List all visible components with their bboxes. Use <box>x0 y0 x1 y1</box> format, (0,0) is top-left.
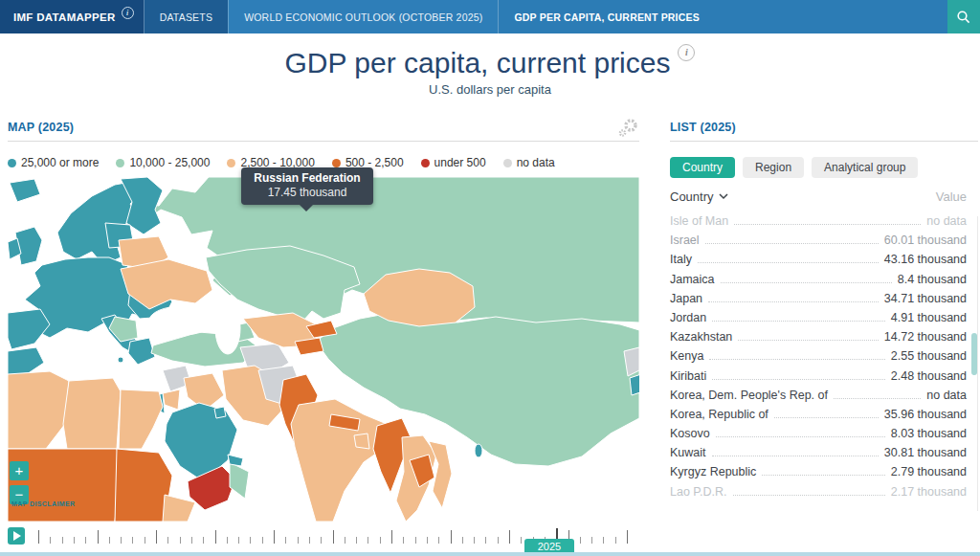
nav-tabs: DATASETSWORLD ECONOMIC OUTLOOK (OCTOBER … <box>144 0 947 33</box>
dotted-leader <box>708 293 879 302</box>
timeline-tick <box>167 537 168 544</box>
timeline-tick <box>62 537 63 544</box>
country-value: 8.03 thousand <box>891 427 967 440</box>
list-item[interactable]: Italy43.16 thousand <box>670 253 967 272</box>
dotted-leader <box>721 274 892 283</box>
timeline-tick <box>145 537 145 544</box>
dotted-leader <box>762 466 884 476</box>
filter-button-analytical-group[interactable]: Analytical group <box>812 157 918 178</box>
top-nav: IMF DATAMAPPER i DATASETSWORLD ECONOMIC … <box>0 0 980 33</box>
timeline-tick <box>191 537 192 544</box>
timeline-tick <box>580 537 581 544</box>
timeline-tick <box>451 530 452 544</box>
legend-label: 10,000 - 25,000 <box>129 156 210 169</box>
timeline-tick <box>180 537 181 544</box>
brand-logo[interactable]: IMF DATAMAPPER i <box>0 0 144 33</box>
legend-dot-icon <box>503 159 512 167</box>
list-item[interactable]: Isle of Manno data <box>670 214 967 234</box>
nav-tab-2[interactable]: GDP PER CAPITA, CURRENT PRICES <box>498 0 714 33</box>
country-name: Jordan <box>670 311 706 324</box>
list-filters: CountryRegionAnalytical group <box>670 157 918 178</box>
legend-item-1[interactable]: 10,000 - 25,000 <box>116 156 210 169</box>
timeline-tick <box>462 537 463 544</box>
search-button[interactable] <box>947 0 980 33</box>
country-name: Kyrgyz Republic <box>670 465 756 478</box>
tooltip-value: 17.45 thousand <box>247 186 368 199</box>
timeline-tick <box>156 530 157 544</box>
list-section-title: LIST (2025) <box>670 121 736 134</box>
map-tooltip: Russian Federation 17.45 thousand <box>241 167 373 205</box>
country-name: Japan <box>670 292 702 305</box>
country-value: 2.17 thousand <box>891 485 967 499</box>
country-name: Korea, Republic of <box>670 408 768 421</box>
country-value: 2.48 thousand <box>891 369 967 383</box>
nav-tab-1[interactable]: WORLD ECONOMIC OUTLOOK (OCTOBER 2025) <box>228 0 498 33</box>
country-column-sort[interactable]: Country <box>670 189 728 204</box>
timeline-tick <box>345 537 345 544</box>
list-item[interactable]: Japan34.71 thousand <box>670 292 967 311</box>
map-section-header: MAP (2025) <box>8 121 639 142</box>
timeline-tick <box>274 530 275 544</box>
country-value: 60.01 thousand <box>884 234 967 247</box>
map-zoom-in-button[interactable]: + <box>10 461 29 480</box>
list-item[interactable]: Korea, Dem. People's Rep. ofno data <box>670 389 967 408</box>
legend-item-0[interactable]: 25,000 or more <box>8 156 99 169</box>
legend-item-5[interactable]: no data <box>503 156 555 169</box>
list-item[interactable]: Korea, Republic of35.96 thousand <box>670 408 967 427</box>
dotted-leader <box>834 389 921 399</box>
world-map[interactable]: Russian Federation 17.45 thousand + − MA… <box>8 177 639 522</box>
list-item[interactable]: Kazakhstan14.72 thousand <box>670 330 967 349</box>
dotted-leader <box>709 350 884 360</box>
country-value: no data <box>926 389 967 402</box>
list-scrollbar-thumb[interactable] <box>971 333 977 375</box>
list-item[interactable]: Kenya2.55 thousand <box>670 349 967 368</box>
legend-label: under 500 <box>434 156 486 169</box>
list-item[interactable]: Jamaica8.4 thousand <box>670 273 967 292</box>
timeline-tick <box>227 537 228 544</box>
country-value: 34.71 thousand <box>884 292 967 305</box>
filter-button-region[interactable]: Region <box>743 157 804 178</box>
country-value: 8.4 thousand <box>898 273 967 286</box>
filter-button-country[interactable]: Country <box>670 157 735 178</box>
brand-label: IMF DATAMAPPER <box>13 11 116 23</box>
dotted-leader <box>698 254 879 263</box>
timeline-tick <box>262 537 263 544</box>
timeline-play-button[interactable] <box>8 527 25 545</box>
legend-item-4[interactable]: under 500 <box>421 156 486 169</box>
dotted-leader <box>705 234 879 244</box>
list-item[interactable]: Kosovo8.03 thousand <box>670 427 967 446</box>
legend-dot-icon <box>332 159 341 167</box>
map-disclaimer-link[interactable]: MAP DISCLAIMER <box>11 500 76 507</box>
timeline-tick <box>74 537 75 544</box>
timeline-tick <box>615 537 616 544</box>
page-subtitle: U.S. dollars per capita <box>0 82 980 97</box>
list-item[interactable]: Kiribati2.48 thousand <box>670 369 967 389</box>
legend-dot-icon <box>227 159 235 167</box>
bottom-progress-strip <box>0 552 980 556</box>
timeline-tick <box>132 537 133 544</box>
country-name: Kazakhstan <box>670 330 732 344</box>
list-item[interactable]: Kuwait30.81 thousand <box>670 446 967 465</box>
nav-filler <box>715 0 947 33</box>
timeline-tick <box>391 530 392 544</box>
country-name: Korea, Dem. People's Rep. of <box>670 389 828 402</box>
list-item[interactable]: Lao P.D.R.2.17 thousand <box>670 485 967 504</box>
legend-label: no data <box>517 156 555 169</box>
timeline-tick <box>38 530 39 544</box>
list-item[interactable]: Israel60.01 thousand <box>670 234 967 253</box>
list-item[interactable]: Kyrgyz Republic2.79 thousand <box>670 465 967 484</box>
brand-info-icon[interactable]: i <box>122 7 134 19</box>
dotted-leader <box>738 331 878 341</box>
dotted-leader <box>733 486 885 496</box>
dotted-leader <box>716 428 885 437</box>
timeline-tick <box>509 530 510 544</box>
country-value: 2.79 thousand <box>891 465 967 478</box>
map-settings-button[interactable] <box>616 117 639 143</box>
nav-tab-0[interactable]: DATASETS <box>144 0 228 33</box>
list-item[interactable]: Jordan4.91 thousand <box>670 311 967 330</box>
country-name: Jamaica <box>670 273 715 286</box>
country-name: Israel <box>670 234 700 247</box>
title-info-icon[interactable]: i <box>678 44 695 61</box>
timeline-tick <box>309 537 310 544</box>
map-canvas[interactable] <box>8 177 639 522</box>
